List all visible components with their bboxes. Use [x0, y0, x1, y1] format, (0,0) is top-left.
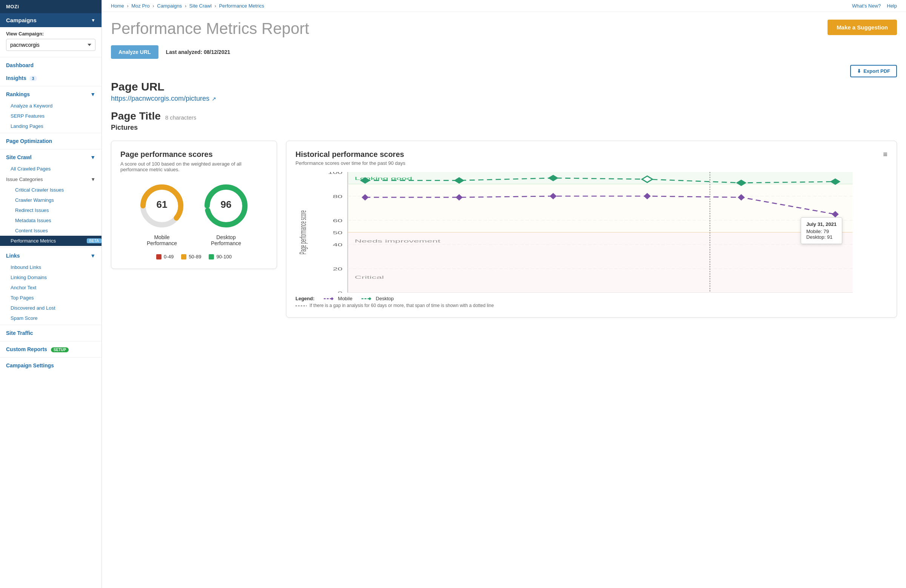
sidebar-item-anchor-text[interactable]: Anchor Text	[0, 282, 102, 293]
sidebar-item-performance-metrics[interactable]: Performance Metrics BETA	[0, 236, 102, 246]
page-url-link[interactable]: https://pacnwcorgis.com/pictures ↗	[111, 95, 897, 103]
issue-categories-chevron-icon: ▼	[91, 177, 96, 182]
sidebar-item-site-traffic[interactable]: Site Traffic	[0, 327, 102, 339]
svg-text:50: 50	[333, 231, 343, 235]
page-url-section: Page URL https://pacnwcorgis.com/picture…	[111, 80, 897, 103]
svg-text:20: 20	[333, 267, 343, 272]
export-pdf-button[interactable]: ⬇ Export PDF	[850, 65, 897, 77]
hist-card-titles: Historical performance scores Performanc…	[295, 150, 405, 172]
svg-marker-38	[368, 297, 371, 300]
analyze-url-button[interactable]: Analyze URL	[111, 45, 158, 59]
logo-text: MOZi	[6, 4, 19, 10]
links-chevron-icon: ▼	[90, 253, 96, 259]
svg-text:80: 80	[333, 194, 343, 199]
custom-reports-label: Custom Reports SETUP	[6, 346, 69, 352]
main-content: Home › Moz Pro › Campaigns › Site Crawl …	[102, 0, 906, 588]
sidebar-item-linking-domains[interactable]: Linking Domains	[0, 272, 102, 282]
legend-dot-good	[209, 254, 214, 260]
svg-text:100: 100	[328, 172, 342, 175]
mobile-donut-chart: 61	[137, 182, 187, 231]
breadcrumb-site-crawl[interactable]: Site Crawl	[190, 3, 212, 9]
sidebar-item-dashboard[interactable]: Dashboard	[0, 59, 102, 72]
whats-new-link[interactable]: What's New?	[852, 3, 881, 9]
sidebar-item-page-optimization[interactable]: Page Optimization	[0, 135, 102, 147]
cards-row: Page performance scores A score out of 1…	[111, 141, 897, 317]
svg-text:40: 40	[333, 243, 343, 247]
desktop-perf-label: DesktopPerformance	[211, 234, 241, 246]
performance-metrics-label: Performance Metrics	[11, 238, 56, 244]
sidebar-item-site-crawl[interactable]: Site Crawl ▼	[0, 151, 102, 164]
external-link-icon: ↗	[212, 96, 216, 102]
sidebar-item-redirect-issues[interactable]: Redirect Issues	[0, 205, 102, 215]
sidebar-item-all-crawled-pages[interactable]: All Crawled Pages	[0, 164, 102, 174]
content-area: Page URL https://pacnwcorgis.com/picture…	[102, 80, 906, 327]
issue-categories-label: Issue Categories	[6, 177, 43, 182]
sidebar-item-links[interactable]: Links ▼	[0, 249, 102, 262]
sidebar: MOZi Campaigns ▼ View Campaign: pacnwcor…	[0, 0, 102, 588]
sidebar-item-custom-reports[interactable]: Custom Reports SETUP	[0, 343, 102, 356]
sidebar-item-discovered-lost[interactable]: Discovered and Lost	[0, 303, 102, 313]
download-icon: ⬇	[857, 68, 861, 74]
campaigns-label: Campaigns	[6, 17, 37, 23]
breadcrumb-mozpro[interactable]: Moz Pro	[131, 3, 150, 9]
page-header: Performance Metrics Report Make a Sugges…	[102, 12, 906, 42]
hist-menu-icon[interactable]: ≡	[883, 150, 887, 159]
campaigns-header[interactable]: Campaigns ▼	[0, 13, 102, 27]
chart-legend-note: If there is a gap in analysis for 60 day…	[295, 303, 887, 308]
sidebar-logo: MOZi	[0, 0, 102, 13]
page-title-value: Pictures	[111, 124, 897, 132]
rankings-label: Rankings	[6, 91, 30, 97]
legend-item-critical: 0-49	[156, 254, 174, 260]
page-title-section: Page Title 8 characters Pictures	[111, 110, 897, 132]
svg-text:0: 0	[338, 291, 343, 293]
svg-rect-7	[348, 184, 852, 232]
page-title-chars: 8 characters	[165, 114, 196, 121]
desktop-legend-line	[362, 296, 373, 301]
sidebar-item-content-issues[interactable]: Content Issues	[0, 226, 102, 236]
campaigns-chevron-icon: ▼	[91, 18, 96, 23]
desktop-donut-chart: 96	[201, 182, 250, 231]
export-row: ⬇ Export PDF	[102, 65, 906, 80]
breadcrumb-performance-metrics[interactable]: Performance Metrics	[219, 3, 264, 9]
svg-text:Page performance score: Page performance score	[298, 210, 308, 255]
mobile-perf-label: MobilePerformance	[147, 234, 177, 246]
campaign-settings-label: Campaign Settings	[6, 362, 54, 368]
help-link[interactable]: Help	[887, 3, 897, 9]
sidebar-item-metadata-issues[interactable]: Metadata Issues	[0, 215, 102, 226]
chart-wrap: Looking good Needs improvement Critical …	[295, 172, 887, 293]
setup-badge: SETUP	[51, 347, 69, 352]
breadcrumb-campaigns[interactable]: Campaigns	[157, 3, 182, 9]
sidebar-item-insights[interactable]: Insights 3	[0, 72, 102, 84]
sidebar-item-critical-crawler-issues[interactable]: Critical Crawler Issues	[0, 185, 102, 195]
sidebar-item-crawler-warnings[interactable]: Crawler Warnings	[0, 195, 102, 205]
legend-item-warning: 50-89	[181, 254, 201, 260]
top-bar: Home › Moz Pro › Campaigns › Site Crawl …	[102, 0, 906, 12]
legend-item-good: 90-100	[209, 254, 231, 260]
svg-text:96: 96	[221, 199, 232, 210]
sidebar-item-campaign-settings[interactable]: Campaign Settings	[0, 359, 102, 372]
breadcrumb-home[interactable]: Home	[111, 3, 124, 9]
perf-card-title: Page performance scores	[120, 150, 268, 159]
dotted-line-icon	[295, 304, 307, 308]
legend-label-critical: 0-49	[164, 254, 174, 260]
page-title: Performance Metrics Report	[111, 20, 309, 38]
dashboard-label: Dashboard	[6, 62, 33, 68]
desktop-donut-wrap: 96 DesktopPerformance	[201, 182, 250, 246]
campaign-select[interactable]: pacnwcorgis	[6, 39, 96, 51]
svg-text:60: 60	[333, 219, 343, 223]
sidebar-item-analyze-keyword[interactable]: Analyze a Keyword	[0, 101, 102, 111]
sidebar-item-spam-score[interactable]: Spam Score	[0, 313, 102, 323]
legend-desktop-label: Desktop	[376, 296, 394, 301]
sidebar-item-top-pages[interactable]: Top Pages	[0, 293, 102, 303]
perf-legend: 0-49 50-89 90-100	[120, 254, 268, 260]
sidebar-item-landing-pages[interactable]: Landing Pages	[0, 121, 102, 131]
svg-marker-36	[330, 297, 333, 300]
sidebar-item-inbound-links[interactable]: Inbound Links	[0, 262, 102, 272]
suggest-button[interactable]: Make a Suggestion	[828, 20, 897, 35]
export-label: Export PDF	[863, 68, 890, 74]
sidebar-item-serp-features[interactable]: SERP Features	[0, 111, 102, 121]
breadcrumb: Home › Moz Pro › Campaigns › Site Crawl …	[111, 3, 264, 9]
sidebar-item-rankings[interactable]: Rankings ▼	[0, 88, 102, 101]
legend-label-warning: 50-89	[189, 254, 201, 260]
legend-label-good: 90-100	[216, 254, 231, 260]
